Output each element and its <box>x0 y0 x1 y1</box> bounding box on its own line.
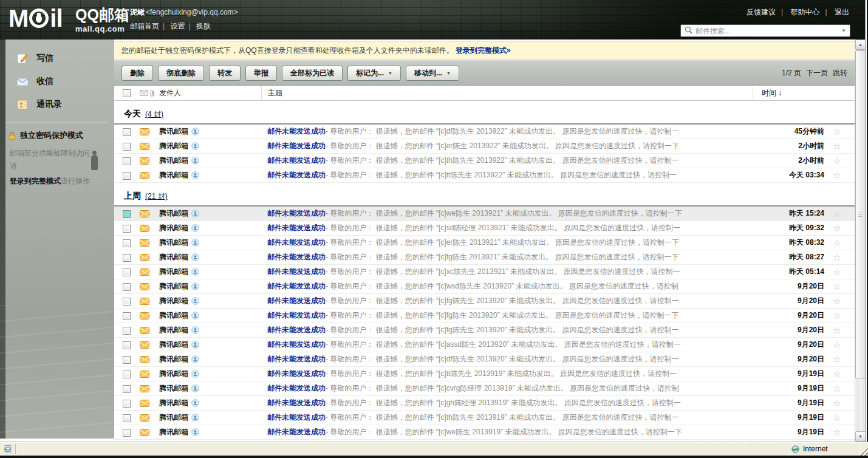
sender-name[interactable]: 腾讯邮箱 <box>159 412 188 423</box>
mail-subject[interactable]: 邮件未能发送成功 <box>267 156 326 166</box>
sidebar-item-contacts[interactable]: 通讯录 <box>0 93 114 116</box>
star-icon[interactable]: ☆ <box>824 412 850 423</box>
star-icon[interactable]: ☆ <box>824 310 850 321</box>
search-dropdown-arrow-icon[interactable]: ▼ <box>841 28 846 33</box>
mail-subject[interactable]: 邮件未能发送成功 <box>267 412 326 423</box>
mail-row[interactable]: 腾讯邮箱 邮件未能发送成功 - 尊敬的用户： 很遗憾，您的邮件 “[c]we陈生… <box>114 425 855 440</box>
notice-full-mode-link[interactable]: 登录到完整模式» <box>456 46 511 55</box>
star-icon[interactable]: ☆ <box>824 156 850 166</box>
sender-name[interactable]: 腾讯邮箱 <box>159 156 188 166</box>
star-icon[interactable]: ☆ <box>824 354 850 365</box>
forward-button[interactable]: 转发 <box>209 66 241 81</box>
sidebar-item-compose[interactable]: 写信 <box>0 47 114 70</box>
mail-row[interactable]: 腾讯邮箱 邮件未能发送成功 - 尊敬的用户： 很遗憾，您的邮件 “[c]gh陈经… <box>114 396 855 411</box>
scroll-up-button[interactable]: ▲ <box>855 39 866 50</box>
mail-subject[interactable]: 邮件未能发送成功 <box>267 267 326 277</box>
mail-row[interactable]: 腾讯邮箱 邮件未能发送成功 - 尊敬的用户： 很遗憾，您的邮件 “[c]we陈生… <box>114 207 855 221</box>
mail-subject[interactable]: 邮件未能发送成功 <box>267 223 326 233</box>
row-checkbox[interactable] <box>123 298 131 306</box>
row-checkbox[interactable] <box>123 225 131 233</box>
mail-row[interactable]: 腾讯邮箱 邮件未能发送成功 - 尊敬的用户： 很遗憾，您的邮件 “[c]sd陈经… <box>114 221 855 236</box>
sender-name[interactable]: 腾讯邮箱 <box>159 252 188 262</box>
mail-row[interactable]: 腾讯邮箱 邮件未能发送成功 - 尊敬的用户： 很遗憾，您的邮件 “[c]tt陈先… <box>114 168 855 183</box>
sender-name[interactable]: 腾讯邮箱 <box>159 383 188 394</box>
mail-row[interactable]: 腾讯邮箱 邮件未能发送成功 - 尊敬的用户： 很遗憾，您的邮件 “[c]er陈生… <box>114 139 855 154</box>
sender-name[interactable]: 腾讯邮箱 <box>159 340 188 350</box>
report-button[interactable]: 举报 <box>245 66 277 81</box>
star-icon[interactable]: ☆ <box>824 238 850 248</box>
mail-subject[interactable]: 邮件未能发送成功 <box>267 310 326 321</box>
mail-row[interactable]: 腾讯邮箱 邮件未能发送成功 - 尊敬的用户： 很遗憾，您的邮件 “[c]df陈先… <box>114 125 855 139</box>
sender-name[interactable]: 腾讯邮箱 <box>159 296 188 306</box>
delete-button[interactable]: 删除 <box>121 66 153 81</box>
sender-name[interactable]: 腾讯邮箱 <box>159 281 188 292</box>
row-checkbox[interactable] <box>123 341 131 349</box>
star-icon[interactable]: ☆ <box>824 267 850 278</box>
move-to-dropdown[interactable]: 移动到...▼ <box>406 66 459 81</box>
row-checkbox[interactable] <box>123 143 131 151</box>
mark-all-read-button[interactable]: 全部标为已读 <box>282 66 343 81</box>
star-icon[interactable]: ☆ <box>824 340 850 350</box>
row-checkbox[interactable] <box>123 268 131 276</box>
mail-row[interactable]: 腾讯邮箱 邮件未能发送成功 - 尊敬的用户： 很遗憾，您的邮件 “[c]er陈生… <box>114 236 855 250</box>
row-checkbox[interactable] <box>123 414 131 422</box>
row-checkbox[interactable] <box>123 327 131 335</box>
row-checkbox[interactable] <box>123 172 131 180</box>
sidebar-item-inbox[interactable]: 收信 <box>0 70 114 93</box>
mail-subject[interactable]: 邮件未能发送成功 <box>267 369 326 379</box>
row-checkbox[interactable] <box>123 239 131 247</box>
sender-name[interactable]: 腾讯邮箱 <box>159 208 188 219</box>
jump-page-link[interactable]: 跳转 <box>833 68 847 78</box>
vertical-scrollbar[interactable]: ▲ ▼ <box>855 39 865 442</box>
nav-settings[interactable]: 设置 <box>170 22 185 30</box>
star-icon[interactable]: ☆ <box>824 383 850 394</box>
mail-row[interactable]: 腾讯邮箱 邮件未能发送成功 - 尊敬的用户： 很遗憾，您的邮件 “[c]fg陈生… <box>114 309 855 323</box>
mail-row[interactable]: 腾讯邮箱 邮件未能发送成功 - 尊敬的用户： 很遗憾，您的邮件 “[c]fg陈生… <box>114 250 855 265</box>
row-checkbox[interactable] <box>123 157 131 165</box>
sender-name[interactable]: 腾讯邮箱 <box>159 223 188 233</box>
mail-subject[interactable]: 邮件未能发送成功 <box>267 252 326 262</box>
sender-name[interactable]: 腾讯邮箱 <box>159 325 188 335</box>
delete-forever-button[interactable]: 彻底删除 <box>158 66 204 81</box>
row-checkbox[interactable] <box>123 283 131 291</box>
star-icon[interactable]: ☆ <box>824 398 850 409</box>
mail-subject[interactable]: 邮件未能发送成功 <box>267 325 326 335</box>
nav-mail-home[interactable]: 邮箱首页 <box>130 22 159 30</box>
row-checkbox[interactable] <box>123 429 131 437</box>
mail-subject[interactable]: 邮件未能发送成功 <box>267 340 326 350</box>
full-mode-link[interactable]: 登录到完整模式 <box>10 177 61 185</box>
row-checkbox[interactable] <box>123 400 131 408</box>
qqmail-logo[interactable]: M il <box>9 4 63 33</box>
mail-row[interactable]: 腾讯邮箱 邮件未能发送成功 - 尊敬的用户： 很遗憾，您的邮件 “[c]cvrg… <box>114 381 855 396</box>
link-logout[interactable]: 退出 <box>835 8 849 16</box>
mail-subject[interactable]: 邮件未能发送成功 <box>267 238 326 248</box>
sender-name[interactable]: 腾讯邮箱 <box>159 369 188 379</box>
star-icon[interactable]: ☆ <box>824 325 850 336</box>
row-checkbox[interactable] <box>123 385 131 393</box>
mail-search-box[interactable]: ▼ <box>680 24 850 37</box>
row-checkbox[interactable] <box>123 356 131 364</box>
mail-row[interactable]: 腾讯邮箱 邮件未能发送成功 - 尊敬的用户： 很遗憾，您的邮件 “[c]th陈先… <box>114 411 855 425</box>
mail-subject[interactable]: 邮件未能发送成功 <box>267 398 326 408</box>
mail-subject[interactable]: 邮件未能发送成功 <box>267 170 326 180</box>
sender-name[interactable]: 腾讯邮箱 <box>159 398 188 408</box>
sender-name[interactable]: 腾讯邮箱 <box>159 267 188 277</box>
search-input[interactable] <box>695 27 841 35</box>
mail-row[interactable]: 腾讯邮箱 邮件未能发送成功 - 尊敬的用户： 很遗憾，您的邮件 “[c]tt陈先… <box>114 367 855 381</box>
mail-row[interactable]: 腾讯邮箱 邮件未能发送成功 - 尊敬的用户： 很遗憾，您的邮件 “[c]th陈先… <box>114 154 855 168</box>
sender-name[interactable]: 腾讯邮箱 <box>159 427 188 437</box>
mail-row[interactable]: 腾讯邮箱 邮件未能发送成功 - 尊敬的用户： 很遗憾，您的邮件 “[c]fg陈先… <box>114 294 855 309</box>
nav-skin[interactable]: 换肤 <box>196 22 211 30</box>
row-checkbox[interactable] <box>123 254 131 262</box>
resize-grip[interactable] <box>858 442 868 456</box>
mark-as-dropdown[interactable]: 标记为...▼ <box>347 66 401 81</box>
group-count[interactable]: (21 封) <box>145 191 168 202</box>
select-all-checkbox[interactable] <box>123 89 131 97</box>
mail-subject[interactable]: 邮件未能发送成功 <box>267 427 326 437</box>
star-icon[interactable]: ☆ <box>824 141 850 152</box>
star-icon[interactable]: ☆ <box>824 281 850 292</box>
mail-subject[interactable]: 邮件未能发送成功 <box>267 208 326 219</box>
sender-name[interactable]: 腾讯邮箱 <box>159 126 188 137</box>
star-icon[interactable]: ☆ <box>824 369 850 380</box>
mail-subject[interactable]: 邮件未能发送成功 <box>267 383 326 394</box>
